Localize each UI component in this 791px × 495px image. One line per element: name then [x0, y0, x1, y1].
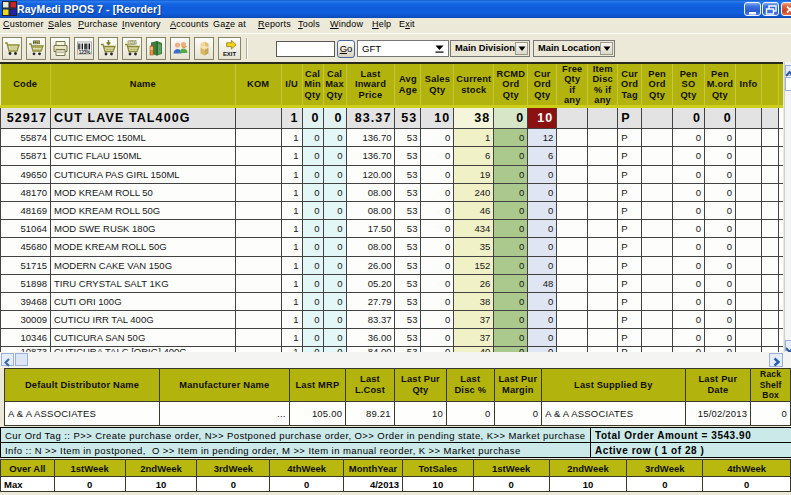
- svg-text:123%: 123%: [78, 50, 90, 55]
- svg-text:EXIT: EXIT: [223, 51, 237, 57]
- svg-text:123: 123: [33, 41, 39, 45]
- svg-text:123: 123: [129, 41, 135, 45]
